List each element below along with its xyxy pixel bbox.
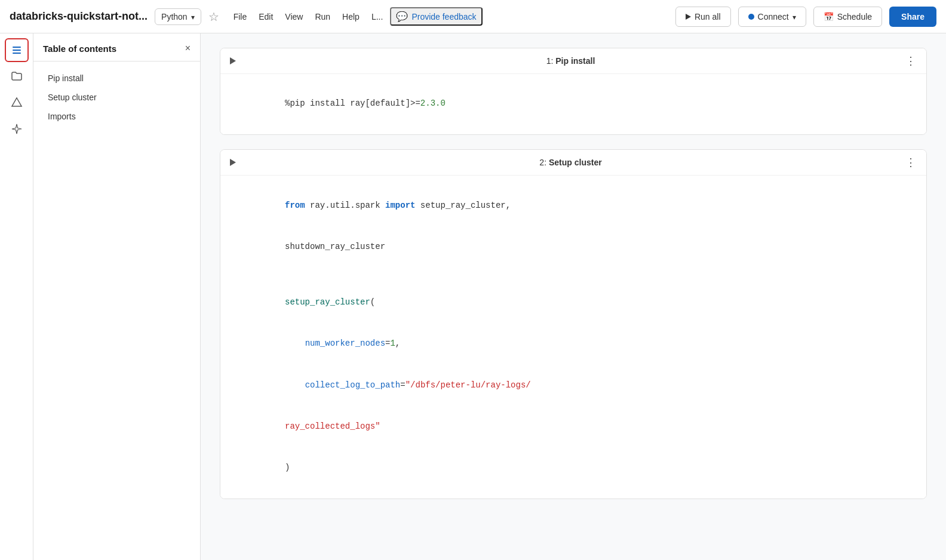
connect-label: Connect	[758, 12, 789, 21]
code-line: num_worker_nodes=1,	[235, 324, 912, 364]
view-menu[interactable]: View	[280, 10, 308, 24]
calendar-icon: 📅	[824, 12, 834, 21]
run-all-label: Run all	[695, 12, 721, 21]
toc-icon-button[interactable]	[5, 38, 29, 62]
help-menu[interactable]: Help	[337, 10, 364, 24]
svg-rect-0	[13, 47, 21, 48]
share-button[interactable]: Share	[889, 7, 936, 27]
code-cell-1: 1: Pip install ⋮ %pip install ray[defaul…	[220, 48, 927, 135]
code-line: from ray.util.spark import setup_ray_clu…	[235, 185, 912, 225]
sidebar-header: Table of contents ×	[33, 33, 200, 61]
shapes-icon-button[interactable]	[5, 91, 29, 115]
sidebar-close-button[interactable]: ×	[185, 43, 191, 54]
run-all-button[interactable]: Run all	[675, 7, 731, 27]
schedule-label: Schedule	[837, 12, 872, 21]
schedule-button[interactable]: 📅 Schedule	[813, 7, 882, 27]
main-layout: Table of contents × Pip install Setup cl…	[0, 33, 946, 560]
cell-1-code[interactable]: %pip install ray[default]>=2.3.0	[220, 74, 926, 134]
topbar: databricks-quickstart-not... Python ☆ Fi…	[0, 0, 946, 33]
edit-menu[interactable]: Edit	[254, 10, 278, 24]
cell-2-title: 2: Setup cluster	[243, 158, 898, 167]
language-selector[interactable]: Python	[155, 8, 201, 25]
cell-2-more-button[interactable]: ⋮	[905, 156, 917, 169]
connect-status-icon	[748, 14, 754, 20]
connect-chevron-icon	[793, 12, 796, 21]
code-line: )	[235, 448, 912, 488]
sidebar-items: Pip install Setup cluster Imports	[33, 61, 200, 133]
svg-rect-2	[13, 53, 21, 54]
code-line: ray_collected_logs"	[235, 406, 912, 446]
sidebar-item-imports[interactable]: Imports	[33, 107, 200, 126]
cell-1-title-text: Pip install	[555, 56, 595, 66]
cell-2-run-button[interactable]	[230, 159, 236, 166]
svg-marker-3	[12, 98, 22, 106]
cell-1-title: 1: Pip install	[243, 56, 898, 66]
code-line: setup_ray_cluster(	[235, 282, 912, 322]
sidebar-item-label: Pip install	[48, 73, 84, 83]
code-line: shutdown_ray_cluster	[235, 226, 912, 266]
sidebar-title: Table of contents	[43, 44, 116, 54]
code-line	[235, 268, 912, 281]
share-label: Share	[901, 12, 924, 21]
star-button[interactable]: ☆	[208, 10, 219, 24]
code-cell-2: 2: Setup cluster ⋮ from ray.util.spark i…	[220, 149, 927, 499]
sidebar-item-setup-cluster[interactable]: Setup cluster	[33, 88, 200, 107]
cell-2-title-text: Setup cluster	[549, 158, 602, 167]
sidebar: Table of contents × Pip install Setup cl…	[33, 33, 201, 560]
code-line: collect_log_to_path="/dbfs/peter-lu/ray-…	[235, 365, 912, 405]
chat-icon: 💬	[396, 11, 408, 22]
run-all-icon	[686, 14, 691, 20]
cell-1-header: 1: Pip install ⋮	[220, 48, 926, 74]
feedback-button[interactable]: 💬 Provide feedback	[390, 7, 482, 26]
language-label: Python	[161, 12, 188, 21]
file-menu[interactable]: File	[229, 10, 252, 24]
cell-1-more-button[interactable]: ⋮	[905, 54, 917, 67]
code-line: %pip install ray[default]>=2.3.0	[235, 84, 912, 124]
sidebar-item-label: Imports	[48, 112, 76, 121]
icon-bar	[0, 33, 33, 560]
sparkle-icon-button[interactable]	[5, 117, 29, 141]
content-area: 1: Pip install ⋮ %pip install ray[defaul…	[201, 33, 946, 560]
svg-rect-1	[13, 50, 21, 51]
folder-icon-button[interactable]	[5, 64, 29, 88]
cell-2-header: 2: Setup cluster ⋮	[220, 150, 926, 176]
feedback-label: Provide feedback	[411, 12, 476, 21]
notebook-title: databricks-quickstart-not...	[10, 10, 148, 23]
cell-1-run-button[interactable]	[230, 57, 236, 64]
menu-bar: File Edit View Run Help L... 💬 Provide f…	[229, 7, 483, 26]
connect-button[interactable]: Connect	[738, 7, 806, 27]
run-menu[interactable]: Run	[310, 10, 335, 24]
more-menu[interactable]: L...	[367, 10, 388, 24]
language-chevron-icon	[191, 12, 195, 21]
sidebar-item-label: Setup cluster	[48, 93, 97, 102]
cell-1-play-icon	[230, 57, 236, 64]
sidebar-item-pip-install[interactable]: Pip install	[33, 69, 200, 88]
cell-2-play-icon	[230, 159, 236, 166]
cell-2-code[interactable]: from ray.util.spark import setup_ray_clu…	[220, 176, 926, 499]
